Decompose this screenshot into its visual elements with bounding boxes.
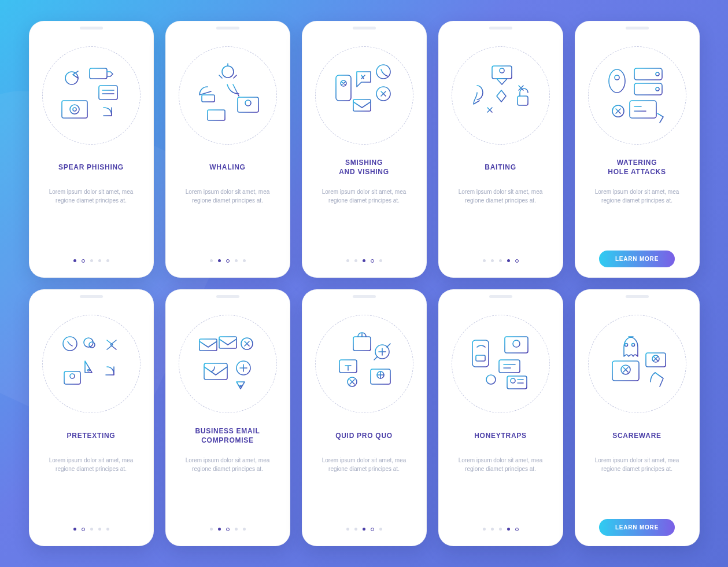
- svg-rect-46: [505, 337, 528, 353]
- pagination-dot-active[interactable]: [73, 528, 76, 531]
- pagination-dot[interactable]: [210, 528, 213, 531]
- svg-point-5: [222, 66, 234, 78]
- pagination-dots: [73, 259, 109, 267]
- svg-rect-6: [202, 95, 215, 102]
- onboarding-card: SPEAR PHISHINGLorem ipsum dolor sit amet…: [29, 21, 154, 278]
- pagination-dot[interactable]: [483, 528, 486, 531]
- card-title: WATERING HOLE ATTACKS: [608, 157, 666, 177]
- pagination-dot[interactable]: [346, 528, 349, 531]
- card-footer: [37, 528, 146, 536]
- onboarding-card: WHALINGLorem ipsum dolor sit amet, mea r…: [165, 21, 290, 278]
- card-title: PRETEXTING: [67, 426, 116, 446]
- pagination-dot-next[interactable]: [82, 259, 85, 263]
- pagination-dot[interactable]: [499, 259, 502, 262]
- svg-point-19: [615, 75, 619, 80]
- pagination-dot[interactable]: [346, 259, 349, 262]
- watering-hole-icon: [588, 46, 686, 145]
- pagination-dot[interactable]: [235, 528, 238, 531]
- pagination-dot[interactable]: [98, 259, 101, 262]
- learn-more-button[interactable]: LEARN MORE: [599, 519, 675, 536]
- card-title: QUID PRO QUO: [335, 426, 393, 446]
- svg-point-52: [624, 344, 627, 347]
- pagination-dot[interactable]: [106, 528, 109, 531]
- pagination-dot-active[interactable]: [73, 259, 76, 262]
- pagination-dot[interactable]: [354, 528, 357, 531]
- pagination-dot[interactable]: [98, 528, 101, 531]
- pagination-dot[interactable]: [210, 259, 213, 262]
- svg-point-26: [63, 337, 77, 351]
- svg-rect-33: [219, 337, 236, 348]
- pagination-dot[interactable]: [106, 259, 109, 262]
- pagination-dot-next[interactable]: [515, 259, 519, 263]
- card-title: SMISHING AND VISHING: [339, 157, 389, 177]
- scareware-icon: [588, 315, 686, 413]
- pagination-dots: [346, 528, 382, 536]
- svg-point-53: [631, 344, 634, 347]
- pagination-dots: [73, 528, 109, 536]
- svg-point-18: [609, 69, 625, 93]
- card-title: HONEYTRAPS: [474, 426, 527, 446]
- svg-point-47: [513, 340, 520, 347]
- pagination-dot[interactable]: [491, 528, 494, 531]
- svg-point-31: [70, 374, 75, 378]
- card-description: Lorem ipsum dolor sit amet, mea regione …: [583, 456, 692, 481]
- card-footer: [446, 259, 555, 267]
- onboarding-card: HONEYTRAPSLorem ipsum dolor sit amet, me…: [438, 289, 563, 546]
- card-footer: [173, 528, 282, 536]
- svg-rect-54: [612, 361, 639, 381]
- pagination-dots: [210, 259, 246, 267]
- card-description: Lorem ipsum dolor sit amet, mea regione …: [173, 456, 282, 481]
- pagination-dot-next[interactable]: [371, 528, 374, 531]
- svg-rect-44: [472, 340, 489, 367]
- pagination-dot[interactable]: [243, 259, 246, 262]
- pagination-dot-active[interactable]: [363, 259, 365, 262]
- svg-rect-17: [518, 96, 528, 105]
- card-title: SPEAR PHISHING: [58, 157, 124, 177]
- svg-point-4: [73, 108, 76, 111]
- pagination-dot[interactable]: [483, 259, 486, 262]
- svg-point-51: [511, 378, 515, 383]
- pagination-dot-next[interactable]: [226, 528, 230, 531]
- pagination-dot-active[interactable]: [218, 259, 221, 262]
- honeytraps-icon: [452, 315, 550, 413]
- whaling-icon: [179, 46, 277, 145]
- svg-rect-14: [353, 100, 371, 111]
- pagination-dot[interactable]: [235, 259, 238, 262]
- pagination-dot-active[interactable]: [363, 528, 365, 531]
- pagination-dot[interactable]: [243, 528, 246, 531]
- pagination-dot-active[interactable]: [507, 528, 510, 531]
- target-phishing-icon: [42, 46, 141, 145]
- onboarding-card: BUSINESS EMAIL COMPROMISELorem ipsum dol…: [165, 289, 290, 546]
- card-title: BUSINESS EMAIL COMPROMISE: [195, 426, 260, 446]
- pagination-dot[interactable]: [499, 528, 502, 531]
- pagination-dot[interactable]: [491, 259, 494, 262]
- pagination-dot-next[interactable]: [371, 259, 374, 263]
- pagination-dot[interactable]: [90, 528, 93, 531]
- card-description: Lorem ipsum dolor sit amet, mea regione …: [310, 456, 419, 481]
- svg-point-3: [70, 105, 79, 114]
- pagination-dot[interactable]: [354, 259, 357, 262]
- onboarding-card: QUID PRO QUOLorem ipsum dolor sit amet, …: [302, 289, 427, 546]
- pagination-dot-next[interactable]: [226, 259, 230, 263]
- learn-more-button[interactable]: LEARN MORE: [599, 251, 675, 267]
- pagination-dot-next[interactable]: [82, 528, 85, 531]
- baiting-icon: [452, 46, 550, 145]
- svg-rect-1: [99, 86, 117, 100]
- card-title: BAITING: [485, 157, 516, 177]
- pagination-dot-active[interactable]: [218, 528, 221, 531]
- pagination-dot[interactable]: [379, 259, 382, 262]
- pagination-dots: [483, 259, 519, 267]
- pagination-dot-next[interactable]: [515, 528, 519, 531]
- pagination-dot[interactable]: [90, 259, 93, 262]
- pagination-dot[interactable]: [379, 528, 382, 531]
- svg-rect-32: [199, 339, 217, 351]
- onboarding-card: WATERING HOLE ATTACKSLorem ipsum dolor s…: [575, 21, 700, 278]
- svg-point-16: [500, 68, 504, 73]
- pagination-dot-active[interactable]: [507, 259, 510, 262]
- svg-rect-2: [62, 101, 87, 118]
- svg-point-8: [245, 100, 251, 106]
- onboarding-card: BAITINGLorem ipsum dolor sit amet, mea r…: [438, 21, 563, 278]
- onboarding-card: SCAREWARELorem ipsum dolor sit amet, mea…: [575, 289, 700, 546]
- card-footer: LEARN MORE: [583, 519, 692, 536]
- card-footer: [310, 259, 419, 267]
